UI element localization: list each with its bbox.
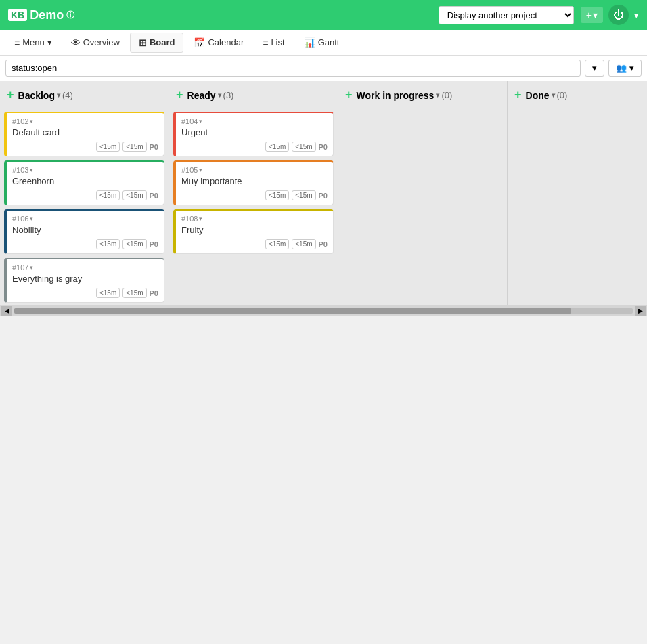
card-spent-time: <15m [292,190,315,200]
column-header-ready: +Ready▾(3) [169,81,338,109]
card-estimated-time: <15m [96,190,120,200]
power-button[interactable]: ⏻ [608,5,629,25]
menu-label: Menu [22,37,45,47]
scroll-right-button[interactable]: ▶ [635,306,646,316]
card-dropdown-icon[interactable]: ▾ [30,215,33,222]
card-dropdown-icon[interactable]: ▾ [199,167,202,173]
filter-input[interactable] [5,60,581,77]
scroll-left-button[interactable]: ◀ [1,306,12,316]
calendar-nav-item[interactable]: 📅 Calendar [185,33,252,53]
board-columns: +Backlog▾(4)#102 ▾Default card<15m<15mP0… [0,81,647,305]
column-count-done: (0) [557,90,568,100]
card[interactable]: #108 ▾Fruity<15m<15mP0 [173,209,334,254]
gantt-nav-item[interactable]: 📊 Gantt [295,33,349,53]
add-dropdown-icon: ▾ [593,9,598,20]
card-estimated-time: <15m [96,142,120,152]
card-title: Fruity [181,225,328,235]
board-nav-item[interactable]: ⊞ Board [130,33,184,53]
card-priority: P0 [319,240,328,249]
board-icon: ⊞ [139,37,147,48]
board-scroll-area: +Backlog▾(4)#102 ▾Default card<15m<15mP0… [0,81,647,316]
people-filter-button[interactable]: 👥 ▾ [608,60,642,77]
column-title-ready: Ready▾(3) [187,90,234,101]
card[interactable]: #107 ▾Everything is gray<15m<15mP0 [4,258,164,303]
menu-nav-item[interactable]: ≡ Menu ▾ [5,33,61,53]
menu-icon: ≡ [14,37,20,48]
list-nav-item[interactable]: ≡ List [254,33,293,53]
card[interactable]: #103 ▾Greenhorn<15m<15mP0 [4,160,164,205]
chevron-down-icon[interactable]: ▾ [57,91,60,99]
filter-bar: ▾ 👥 ▾ [0,56,647,81]
list-label: List [271,37,284,47]
column-title-text-done: Done [526,90,550,101]
calendar-icon: 📅 [194,37,205,48]
scroll-thumb[interactable] [14,308,571,314]
scroll-track[interactable] [14,308,633,314]
menu-chevron-icon: ▾ [47,37,52,47]
card-estimated-time: <15m [96,239,120,249]
overview-label: Overview [83,37,120,47]
card-priority: P0 [319,143,328,151]
add-card-button-done[interactable]: + [513,88,523,102]
chevron-down-icon[interactable]: ▾ [552,91,555,99]
card-spent-time: <15m [122,288,146,298]
nav-bar: ≡ Menu ▾ 👁 Overview ⊞ Board 📅 Calendar ≡… [0,30,647,56]
brand: KB Demo ⓘ [8,8,74,22]
card-footer: <15m<15mP0 [181,142,328,152]
card-estimated-time: <15m [265,190,289,200]
card-title: Nobility [12,225,158,235]
plus-icon: + [586,9,592,20]
project-select[interactable]: Display another project [439,6,574,24]
column-title-wip: Work in progress▾(0) [357,90,453,101]
column-count-ready: (3) [223,90,234,100]
column-title-text-wip: Work in progress [357,90,434,101]
add-card-button-backlog[interactable]: + [5,88,16,102]
card[interactable]: #104 ▾Urgent<15m<15mP0 [173,112,334,156]
card-priority: P0 [150,240,158,249]
column-title-text-backlog: Backlog [18,90,55,101]
brand-kb: KB [8,9,27,21]
add-card-button-ready[interactable]: + [175,88,185,102]
top-bar-actions: + ▾ ⏻ ▾ [581,5,639,25]
add-card-button-wip[interactable]: + [344,88,354,102]
list-icon: ≡ [263,37,268,48]
card-dropdown-icon[interactable]: ▾ [30,264,33,271]
card-priority: P0 [150,289,158,297]
add-button[interactable]: + ▾ [581,7,603,23]
card-priority: P0 [319,192,328,200]
calendar-label: Calendar [208,37,244,47]
card-estimated-time: <15m [96,288,120,298]
chevron-down-icon[interactable]: ▾ [218,91,221,99]
card-title: Everything is gray [12,274,158,284]
card-spent-time: <15m [292,142,315,152]
column-cards-ready: #104 ▾Urgent<15m<15mP0#105 ▾Muy importan… [169,109,338,257]
card[interactable]: #102 ▾Default card<15m<15mP0 [4,112,164,156]
power-dropdown-icon[interactable]: ▾ [634,10,639,20]
gantt-label: Gantt [318,37,340,47]
card-id: #104 ▾ [181,117,328,125]
card-dropdown-icon[interactable]: ▾ [30,167,33,173]
card-dropdown-icon[interactable]: ▾ [199,215,202,222]
card-footer: <15m<15mP0 [12,288,158,298]
card-dropdown-icon[interactable]: ▾ [30,118,33,125]
card[interactable]: #105 ▾Muy importante<15m<15mP0 [173,160,334,205]
top-bar: KB Demo ⓘ Display another project + ▾ ⏻ … [0,0,647,30]
people-icon: 👥 [616,63,627,73]
card-footer: <15m<15mP0 [12,190,158,200]
overview-nav-item[interactable]: 👁 Overview [62,33,129,53]
column-header-backlog: +Backlog▾(4) [0,81,169,109]
column-cards-wip [338,109,507,114]
column-count-wip: (0) [441,90,452,100]
info-icon[interactable]: ⓘ [66,9,74,21]
column-cards-backlog: #102 ▾Default card<15m<15mP0#103 ▾Greenh… [0,109,169,305]
chevron-down-icon[interactable]: ▾ [436,91,439,99]
filter-button[interactable]: ▾ [585,60,604,77]
people-dropdown-icon: ▾ [629,63,634,73]
card-title: Urgent [181,127,328,137]
card-id: #107 ▾ [12,263,158,272]
card-title: Default card [12,127,158,137]
horizontal-scrollbar[interactable]: ◀ ▶ [0,305,647,316]
card-id: #108 ▾ [181,215,328,223]
card-dropdown-icon[interactable]: ▾ [199,118,202,125]
card[interactable]: #106 ▾Nobility<15m<15mP0 [4,209,164,254]
